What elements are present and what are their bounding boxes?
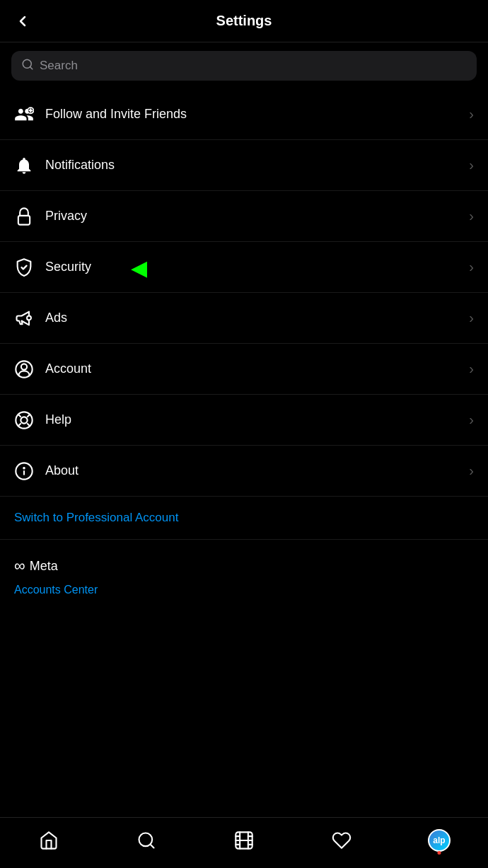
menu-item-follow-invite[interactable]: Follow and Invite Friends › xyxy=(0,89,488,140)
privacy-label: Privacy xyxy=(45,209,469,224)
profile-avatar: alp xyxy=(428,829,451,852)
nav-heart[interactable] xyxy=(293,831,390,850)
svg-line-12 xyxy=(28,423,30,425)
svg-line-1 xyxy=(30,66,32,69)
page-title: Settings xyxy=(216,13,272,29)
lifebuoy-icon xyxy=(14,410,45,430)
menu-list: Follow and Invite Friends › Notification… xyxy=(0,89,488,497)
search-nav-icon xyxy=(136,831,156,850)
meta-logo: ∞ Meta xyxy=(14,557,474,575)
help-chevron: › xyxy=(469,412,474,428)
svg-line-11 xyxy=(18,414,21,416)
nav-search[interactable] xyxy=(98,831,195,850)
switch-professional-section: Switch to Professional Account xyxy=(0,497,488,540)
megaphone-icon xyxy=(14,308,45,328)
about-chevron: › xyxy=(469,463,474,479)
ads-chevron: › xyxy=(469,310,474,326)
shield-check-icon xyxy=(14,257,45,277)
home-icon xyxy=(39,831,59,850)
account-label: Account xyxy=(45,361,469,376)
notification-dot xyxy=(438,851,441,855)
menu-item-about[interactable]: About › xyxy=(0,446,488,497)
follow-invite-label: Follow and Invite Friends xyxy=(45,107,469,122)
menu-item-help[interactable]: Help › xyxy=(0,395,488,446)
svg-line-20 xyxy=(150,844,153,847)
meta-section: ∞ Meta Accounts Center xyxy=(0,540,488,608)
svg-point-18 xyxy=(23,468,24,468)
menu-item-ads[interactable]: Ads › xyxy=(0,293,488,344)
reels-icon xyxy=(234,831,254,850)
search-bar[interactable] xyxy=(11,51,477,81)
menu-item-account[interactable]: Account › xyxy=(0,344,488,395)
ads-label: Ads xyxy=(45,311,469,325)
meta-icon: ∞ xyxy=(14,557,24,575)
bell-icon xyxy=(14,156,45,175)
follow-invite-chevron: › xyxy=(469,106,474,122)
meta-label: Meta xyxy=(30,559,58,574)
info-circle-icon xyxy=(14,461,45,481)
heart-icon xyxy=(332,831,352,850)
about-label: About xyxy=(45,463,469,478)
search-input[interactable] xyxy=(40,59,467,73)
notifications-label: Notifications xyxy=(45,158,469,173)
privacy-chevron: › xyxy=(469,208,474,224)
svg-line-13 xyxy=(18,423,21,425)
svg-rect-5 xyxy=(18,215,30,224)
accounts-center-link[interactable]: Accounts Center xyxy=(14,584,98,596)
switch-professional-link[interactable]: Switch to Professional Account xyxy=(14,511,178,524)
person-add-icon xyxy=(14,105,45,125)
header: Settings xyxy=(0,0,488,42)
nav-profile[interactable]: alp xyxy=(390,829,488,852)
menu-item-notifications[interactable]: Notifications › xyxy=(0,140,488,191)
person-circle-icon xyxy=(14,359,45,379)
back-button[interactable] xyxy=(14,13,31,30)
svg-line-14 xyxy=(28,414,30,416)
lock-icon xyxy=(14,207,45,226)
menu-item-privacy[interactable]: Privacy › xyxy=(0,191,488,242)
security-label: Security xyxy=(45,260,469,274)
nav-reels[interactable] xyxy=(195,831,293,850)
bottom-nav: alp xyxy=(0,817,488,868)
svg-point-6 xyxy=(27,316,31,320)
search-icon xyxy=(21,58,34,74)
search-container xyxy=(0,42,488,89)
notifications-chevron: › xyxy=(469,157,474,173)
nav-home[interactable] xyxy=(0,831,98,850)
help-label: Help xyxy=(45,412,469,427)
account-chevron: › xyxy=(469,361,474,377)
menu-item-security[interactable]: Security › ◀ xyxy=(0,242,488,293)
svg-point-10 xyxy=(21,417,27,423)
security-chevron: › xyxy=(469,259,474,275)
svg-point-8 xyxy=(21,364,27,369)
